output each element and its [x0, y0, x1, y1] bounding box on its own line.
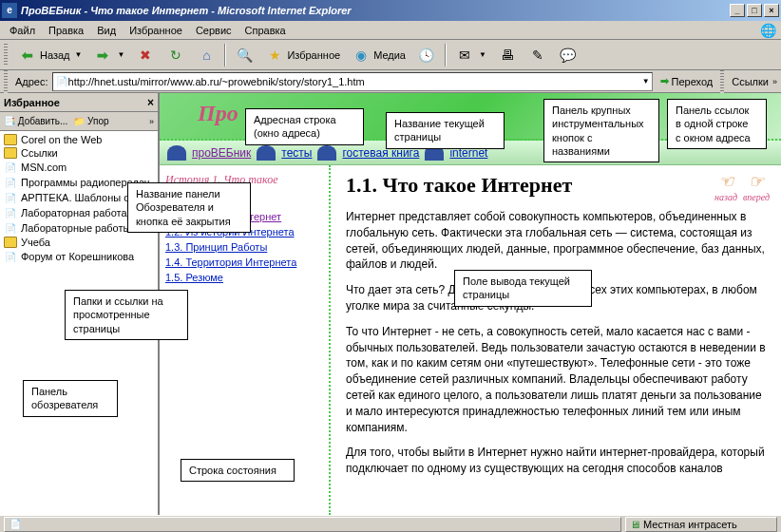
- link-icon: 📄: [4, 176, 17, 189]
- article-para: Для того, чтобы выйти в Интернет нужно н…: [346, 445, 766, 477]
- fav-chevron-icon[interactable]: »: [149, 117, 154, 126]
- article-body: ☜назад ☞вперед 1.1. Что такое Интернет И…: [331, 165, 781, 515]
- callout-explorer-panel: Панельобозревателя: [23, 380, 118, 417]
- forward-button[interactable]: ➡ ▼: [88, 43, 129, 67]
- page-nav-link[interactable]: проВЕБник: [192, 146, 251, 160]
- chevron-down-icon: ▼: [117, 50, 124, 59]
- search-button[interactable]: 🔍: [230, 43, 258, 67]
- toolbar-grip[interactable]: [4, 44, 8, 66]
- favorites-button[interactable]: ★ Избранное: [260, 43, 345, 67]
- forward-arrow-icon: ➡: [93, 46, 112, 65]
- window-title: ПроВЕБник - Что такое Интернет - Microso…: [21, 5, 730, 16]
- links-grip[interactable]: [720, 70, 724, 93]
- link-icon: 📄: [4, 191, 17, 204]
- callout-fav-items: Папки и ссылки напросмотренныестраницы: [65, 290, 188, 340]
- favorites-link[interactable]: 📄MSN.com: [2, 160, 156, 175]
- favorites-folder[interactable]: Ссылки: [2, 146, 156, 160]
- star-icon: ★: [265, 46, 284, 65]
- nav-back-link[interactable]: ☜назад: [714, 171, 737, 202]
- menu-edit[interactable]: Правка: [43, 23, 89, 38]
- add-favorite-button[interactable]: 📑 Добавить...: [4, 116, 67, 126]
- toc-link[interactable]: 1.4. Территория Интернета: [165, 255, 323, 270]
- stop-icon: ✖: [136, 46, 155, 65]
- edit-button[interactable]: ✎: [524, 43, 552, 67]
- folder-icon: [4, 134, 17, 145]
- mail-icon: ✉: [455, 46, 474, 65]
- zone-icon: 🖥: [630, 519, 640, 530]
- history-icon: 🕓: [417, 46, 436, 65]
- link-icon: 📄: [4, 161, 17, 174]
- toc-link[interactable]: 1.5. Резюме: [165, 270, 323, 285]
- link-icon: 📄: [4, 206, 17, 219]
- nav-icon: [257, 145, 276, 161]
- ie-logo-icon: 🌐: [758, 21, 777, 40]
- menu-file[interactable]: Файл: [4, 23, 41, 38]
- nav-forward-link[interactable]: ☞вперед: [743, 171, 770, 202]
- maximize-button[interactable]: □: [747, 4, 762, 17]
- media-icon: ◉: [352, 46, 371, 65]
- back-arrow-icon: ⬅: [18, 46, 37, 65]
- go-button[interactable]: ➡ Переход: [657, 72, 717, 91]
- history-button[interactable]: 🕓: [412, 43, 441, 67]
- links-label[interactable]: Ссылки: [732, 76, 769, 87]
- window-titlebar: e ПроВЕБник - Что такое Интернет - Micro…: [0, 0, 781, 21]
- status-zone: 🖥 Местная интрасеть: [625, 517, 777, 532]
- menu-favorites[interactable]: Избранное: [124, 23, 188, 38]
- print-icon: 🖶: [498, 46, 517, 65]
- callout-status-bar: Строка состояния: [181, 459, 295, 482]
- search-icon: 🔍: [235, 46, 254, 65]
- page-icon: 📄: [55, 75, 68, 88]
- hand-left-icon: ☜: [714, 171, 737, 192]
- favorites-folder[interactable]: Учеба: [2, 236, 156, 249]
- refresh-icon: ↻: [166, 46, 185, 65]
- back-button[interactable]: ⬅ Назад ▼: [13, 43, 86, 67]
- menu-tools[interactable]: Сервис: [190, 23, 238, 38]
- favorites-close-button[interactable]: ×: [147, 96, 154, 109]
- discuss-button[interactable]: 💬: [554, 43, 582, 67]
- chevron-down-icon[interactable]: ▼: [642, 77, 650, 86]
- nav-icon: [167, 145, 186, 161]
- toolbar-sep: [224, 44, 226, 66]
- toc-link[interactable]: 1.3. Принцип Работы: [165, 239, 323, 255]
- favorites-folder[interactable]: Corel on the Web: [2, 133, 156, 146]
- favorites-link[interactable]: 📄Форум от Корешникова: [2, 249, 156, 264]
- address-bar: Адрес: 📄 http://hnet.ustu/mirror/www.ab.…: [0, 70, 781, 93]
- article-para: Интернет представляет собой совокупность…: [346, 209, 766, 273]
- banner-title: Про: [198, 101, 238, 126]
- favorites-toolbar: 📑 Добавить... 📁 Упор »: [0, 112, 158, 131]
- status-bar: 📄 🖥 Местная интрасеть: [0, 515, 781, 532]
- ie-icon: e: [2, 3, 17, 18]
- media-button[interactable]: ◉ Медиа: [347, 43, 410, 67]
- callout-links-panel: Панель ссылокв одной строкес окном адрес…: [667, 99, 767, 149]
- close-button[interactable]: ×: [764, 4, 779, 17]
- addr-grip[interactable]: [4, 70, 8, 93]
- refresh-button[interactable]: ↻: [162, 43, 190, 67]
- home-icon: ⌂: [197, 46, 216, 65]
- hand-right-icon: ☞: [743, 171, 770, 192]
- organize-favorites-button[interactable]: 📁 Упор: [73, 116, 108, 126]
- callout-content-area: Поле вывода текущейстраницы: [454, 270, 592, 307]
- callout-address-bar: Адресная строка(окно адреса): [245, 108, 364, 145]
- minimize-button[interactable]: _: [730, 4, 745, 17]
- discuss-icon: 💬: [559, 46, 578, 65]
- callout-page-title: Название текущейстраницы: [386, 112, 505, 149]
- toolbar-sep: [445, 44, 447, 66]
- print-button[interactable]: 🖶: [493, 43, 522, 67]
- address-input[interactable]: 📄 http://hnet.ustu/mirror/www.ab.ru/~pro…: [52, 72, 653, 91]
- menu-bar: Файл Правка Вид Избранное Сервис Справка…: [0, 21, 781, 40]
- folder-icon: [4, 237, 17, 248]
- menu-view[interactable]: Вид: [91, 23, 122, 38]
- callout-toolbar: Панель крупныхинструментальныхкнопок сна…: [543, 99, 659, 162]
- chevron-down-icon: ▼: [75, 50, 83, 59]
- link-icon: 📄: [4, 221, 17, 235]
- stop-button[interactable]: ✖: [131, 43, 160, 67]
- page-icon: 📄: [9, 518, 22, 531]
- favorites-panel-header: Избранное ×: [0, 93, 158, 112]
- home-button[interactable]: ⌂: [192, 43, 220, 67]
- page-nav-link[interactable]: тесты: [281, 146, 312, 160]
- article-para: То что Интернет - не сеть, а совокупност…: [346, 324, 766, 436]
- links-chevron-icon[interactable]: »: [772, 77, 777, 86]
- menu-help[interactable]: Справка: [239, 23, 292, 38]
- mail-button[interactable]: ✉▼: [450, 43, 491, 67]
- callout-panel-title: Название панелиОбозревателя икнопка её з…: [127, 182, 251, 233]
